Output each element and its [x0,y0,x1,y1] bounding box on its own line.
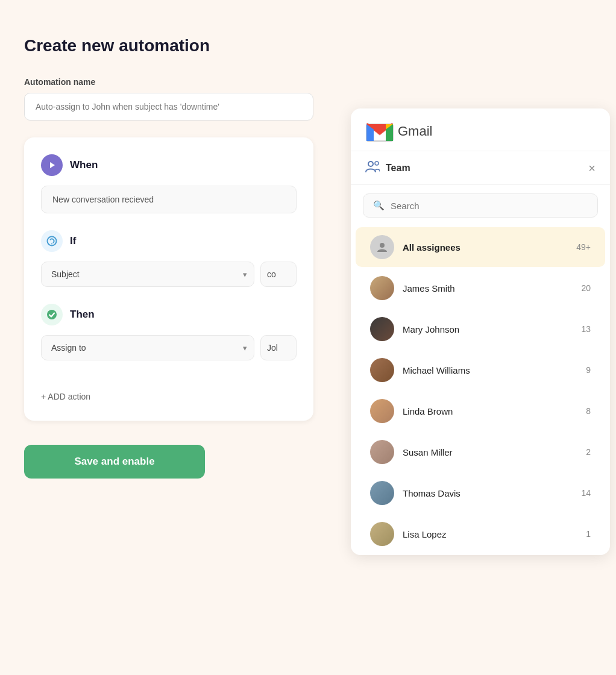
avatar-james [370,276,394,300]
gmail-label: Gmail [398,124,432,139]
assignee-item-thomas[interactable]: Thomas Davis 14 [356,473,605,513]
when-title: When [70,159,98,171]
team-icon [365,160,380,176]
svg-point-3 [47,310,57,319]
save-enable-button[interactable]: Save and enable [24,445,205,479]
assignee-panel: Gmail Team × 🔍 [351,108,610,555]
assignee-name-michael: Michael Williams [403,365,577,375]
assignee-name-mary: Mary Johnson [403,324,573,334]
page-title: Create new automation [24,36,313,55]
assignee-list: All assignees 49+ James Smith 20 Mary Jo… [351,226,610,555]
team-header: Team × [351,151,610,185]
avatar-thomas [370,481,394,505]
assignee-count-lisa: 1 [586,529,591,539]
search-input[interactable] [391,201,588,211]
avatar-all [370,235,394,259]
action-select-wrapper: Assign to [41,335,254,360]
assignee-count-susan: 2 [586,447,591,457]
when-trigger[interactable]: New conversation recieved [41,186,297,213]
assignee-count-all: 49+ [576,242,591,252]
gmail-header: Gmail [351,108,610,151]
if-section: If Subject co [41,230,297,287]
when-section: When New conversation recieved [41,154,297,213]
svg-point-6 [375,162,379,165]
then-title: Then [70,309,95,321]
avatar-susan [370,440,394,464]
automation-sections: When New conversation recieved If [24,137,313,421]
close-panel-button[interactable]: × [588,162,596,174]
assignee-item-susan[interactable]: Susan Miller 2 [356,432,605,472]
assignee-count-michael: 9 [586,365,591,375]
assignee-name-all: All assignees [403,242,568,253]
if-title: If [70,235,76,247]
if-icon [41,230,63,252]
assignee-count-james: 20 [581,283,591,293]
assignee-count-mary: 13 [581,324,591,334]
gmail-logo-icon [365,122,391,141]
search-icon: 🔍 [373,200,385,211]
assignee-item-michael[interactable]: Michael Williams 9 [356,350,605,390]
assignee-item-mary[interactable]: Mary Johnson 13 [356,309,605,349]
assignee-item-linda[interactable]: Linda Brown 8 [356,391,605,431]
then-icon [41,304,63,325]
assignee-name-james: James Smith [403,283,573,294]
avatar-linda [370,399,394,423]
condition-dropdown[interactable]: Subject [41,262,254,287]
avatar-lisa [370,522,394,546]
assignee-item-lisa[interactable]: Lisa Lopez 1 [356,514,605,554]
action-dropdown[interactable]: Assign to [41,335,254,360]
then-section: Then Assign to Jol [41,304,297,360]
automation-name-input[interactable] [24,93,313,121]
svg-marker-0 [50,162,55,168]
search-bar: 🔍 [363,193,598,218]
team-left: Team [365,160,410,176]
add-action-button[interactable]: + ADD action [41,389,90,404]
avatar-michael [370,358,394,382]
assignee-item-james[interactable]: James Smith 20 [356,268,605,308]
action-value[interactable]: Jol [260,335,297,360]
assignee-name-susan: Susan Miller [403,447,577,457]
svg-point-2 [51,243,52,245]
condition-select-wrapper: Subject [41,262,254,287]
svg-point-7 [380,243,385,248]
assignee-item-all[interactable]: All assignees 49+ [356,227,605,267]
assignee-count-thomas: 14 [581,488,591,498]
when-icon [41,154,63,176]
condition-value[interactable]: co [260,262,297,287]
automation-name-label: Automation name [24,77,313,87]
avatar-mary [370,317,394,341]
assignee-name-thomas: Thomas Davis [403,488,573,498]
team-label: Team [386,163,410,174]
assignee-name-lisa: Lisa Lopez [403,529,577,539]
assignee-name-linda: Linda Brown [403,406,577,416]
assignee-count-linda: 8 [586,406,591,416]
svg-point-5 [368,162,373,166]
